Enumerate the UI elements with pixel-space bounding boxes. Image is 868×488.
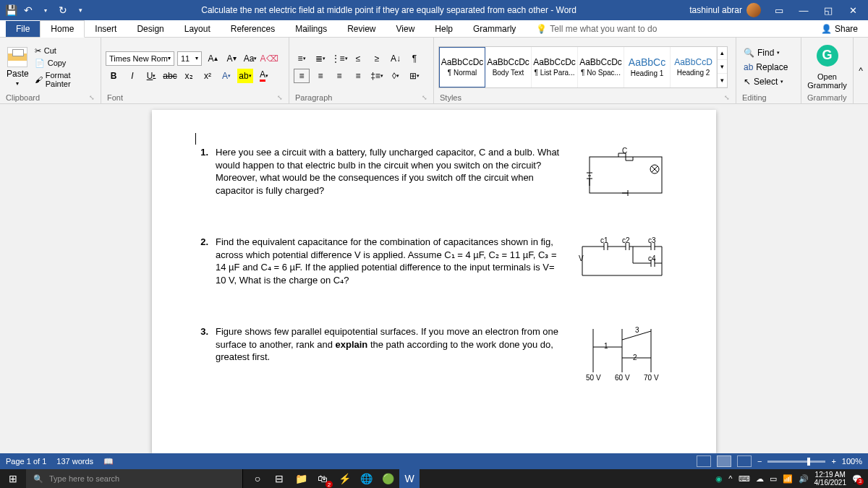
bullets-button[interactable]: ≡▾ — [294, 51, 310, 66]
tab-review[interactable]: Review — [337, 21, 386, 37]
battery-icon[interactable]: ▭ — [770, 474, 777, 484]
edge-icon[interactable]: 🌐 — [356, 469, 376, 488]
highlight-button[interactable]: ab▾ — [237, 69, 253, 83]
style-normal[interactable]: AaBbCcDc¶ Normal — [439, 47, 485, 87]
print-layout-button[interactable] — [717, 455, 731, 467]
tab-layout[interactable]: Layout — [174, 21, 221, 37]
cut-button[interactable]: ✂Cut — [34, 46, 96, 56]
copy-button[interactable]: 📄Copy — [34, 58, 96, 69]
paste-button[interactable]: Paste ▾ — [4, 46, 31, 88]
page[interactable]: 1. Here you see a circuit with a battery… — [152, 110, 716, 453]
store-icon[interactable]: 🛍2 — [312, 469, 333, 488]
styles-gallery[interactable]: AaBbCcDc¶ Normal AaBbCcDcBody Text AaBbC… — [438, 46, 728, 88]
zoom-slider[interactable] — [767, 461, 825, 463]
read-mode-button[interactable] — [697, 455, 711, 467]
onedrive-icon[interactable]: ☁ — [756, 474, 764, 484]
justify-button[interactable]: ≡ — [350, 69, 366, 83]
user-account[interactable]: tashinul abrar — [689, 3, 761, 17]
multilevel-button[interactable]: ⋮≡▾ — [331, 51, 347, 66]
grammarly-tray-icon[interactable]: ◉ — [715, 474, 723, 484]
grammarly-open-button[interactable]: Open Grammarly — [807, 72, 846, 90]
tell-me-search[interactable]: 💡Tell me what you want to do — [536, 24, 657, 34]
undo-more-icon[interactable]: ▾ — [38, 2, 54, 18]
maximize-icon[interactable]: ◱ — [816, 0, 841, 20]
dialog-launcher-icon[interactable]: ⤡ — [724, 94, 730, 101]
bold-button[interactable]: B — [106, 69, 122, 83]
clock[interactable]: 12:19 AM4/16/2021 — [814, 471, 847, 487]
borders-button[interactable]: ⊞▾ — [407, 69, 422, 83]
font-name-combo[interactable]: Times New Rom ▾ — [106, 51, 174, 66]
document-area[interactable]: 1. Here you see a circuit with a battery… — [0, 104, 868, 453]
format-painter-button[interactable]: 🖌Format Painter — [34, 70, 96, 89]
gallery-scroll[interactable]: ▴▾▾ — [717, 47, 727, 87]
qat-customize-icon[interactable]: ▾ — [72, 2, 88, 18]
tray-up-icon[interactable]: ^ — [728, 474, 732, 483]
dialog-launcher-icon[interactable]: ⤡ — [422, 94, 427, 101]
align-right-button[interactable]: ≡ — [331, 69, 347, 83]
close-icon[interactable]: ✕ — [841, 0, 865, 20]
font-size-combo[interactable]: 11 ▾ — [177, 51, 202, 66]
font-color-button[interactable]: A▾ — [256, 69, 272, 83]
replace-button[interactable]: abReplace — [741, 61, 791, 74]
numbering-button[interactable]: ≣▾ — [312, 51, 328, 66]
change-case-button[interactable]: Aa▾ — [242, 51, 258, 66]
style-no-spacing[interactable]: AaBbCcDc¶ No Spac... — [578, 47, 624, 87]
tab-design[interactable]: Design — [127, 21, 174, 37]
tab-help[interactable]: Help — [425, 21, 463, 37]
tab-grammarly[interactable]: Grammarly — [463, 21, 526, 37]
line-spacing-button[interactable]: ‡≡▾ — [369, 69, 385, 83]
align-left-button[interactable]: ≡ — [294, 69, 310, 83]
spelling-icon[interactable]: 📖 — [103, 457, 114, 466]
text-effects-button[interactable]: A▾ — [218, 69, 234, 83]
page-indicator[interactable]: Page 1 of 1 — [6, 457, 46, 466]
volume-icon[interactable]: 🔊 — [799, 474, 809, 484]
zoom-in-button[interactable]: + — [831, 457, 835, 466]
shading-button[interactable]: ◊▾ — [388, 69, 404, 83]
bolt-icon[interactable]: ⚡ — [334, 469, 354, 488]
italic-button[interactable]: I — [124, 69, 140, 83]
word-icon[interactable]: W — [399, 469, 420, 488]
underline-button[interactable]: U▾ — [143, 69, 159, 83]
style-list-para[interactable]: AaBbCcDc¶ List Para... — [532, 47, 578, 87]
wifi-icon[interactable]: 📶 — [783, 474, 793, 484]
cortana-icon[interactable]: ○ — [247, 469, 268, 488]
grow-font-button[interactable]: A▴ — [205, 51, 221, 66]
tab-home[interactable]: Home — [40, 20, 85, 38]
superscript-button[interactable]: x² — [200, 69, 216, 83]
web-layout-button[interactable] — [737, 455, 752, 467]
decrease-indent-button[interactable]: ≤ — [350, 51, 366, 66]
taskbar-search[interactable]: 🔍Type here to search — [26, 469, 243, 488]
share-button[interactable]: 👤Share — [811, 21, 868, 37]
action-center-icon[interactable]: 💬3 — [852, 474, 862, 484]
ribbon-options-icon[interactable]: ▭ — [767, 0, 791, 20]
minimize-icon[interactable]: — — [791, 0, 816, 20]
save-icon[interactable]: 💾 — [3, 2, 19, 18]
increase-indent-button[interactable]: ≥ — [369, 51, 385, 66]
tab-file[interactable]: File — [6, 21, 40, 37]
show-marks-button[interactable]: ¶ — [407, 51, 422, 66]
select-button[interactable]: ↖Select▾ — [741, 75, 791, 88]
style-heading-1[interactable]: AaBbCcHeading 1 — [624, 47, 671, 87]
start-button[interactable]: ⊞ — [0, 473, 26, 484]
dialog-launcher-icon[interactable]: ⤡ — [277, 94, 283, 101]
dialog-launcher-icon[interactable]: ⤡ — [89, 94, 95, 101]
chrome-icon[interactable]: 🟢 — [378, 469, 398, 488]
tab-view[interactable]: View — [386, 21, 425, 37]
tab-mailings[interactable]: Mailings — [285, 21, 337, 37]
strikethrough-button[interactable]: abc — [162, 69, 178, 83]
subscript-button[interactable]: x₂ — [181, 69, 197, 83]
redo-icon[interactable]: ↻ — [55, 2, 71, 18]
grammarly-icon[interactable]: G — [817, 45, 838, 67]
explorer-icon[interactable]: 📁 — [291, 469, 311, 488]
align-center-button[interactable]: ≡ — [312, 69, 328, 83]
zoom-out-button[interactable]: − — [757, 457, 762, 466]
collapse-ribbon-button[interactable]: ^ — [854, 38, 868, 103]
word-count[interactable]: 137 words — [56, 457, 93, 466]
style-heading-2[interactable]: AaBbCcDHeading 2 — [671, 47, 717, 87]
undo-icon[interactable]: ↶ — [20, 2, 36, 18]
sort-button[interactable]: A↓ — [388, 51, 404, 66]
zoom-level[interactable]: 100% — [842, 457, 862, 466]
clear-format-button[interactable]: A⌫ — [261, 51, 277, 66]
task-view-icon[interactable]: ⊟ — [269, 469, 289, 488]
style-body-text[interactable]: AaBbCcDcBody Text — [485, 47, 532, 87]
